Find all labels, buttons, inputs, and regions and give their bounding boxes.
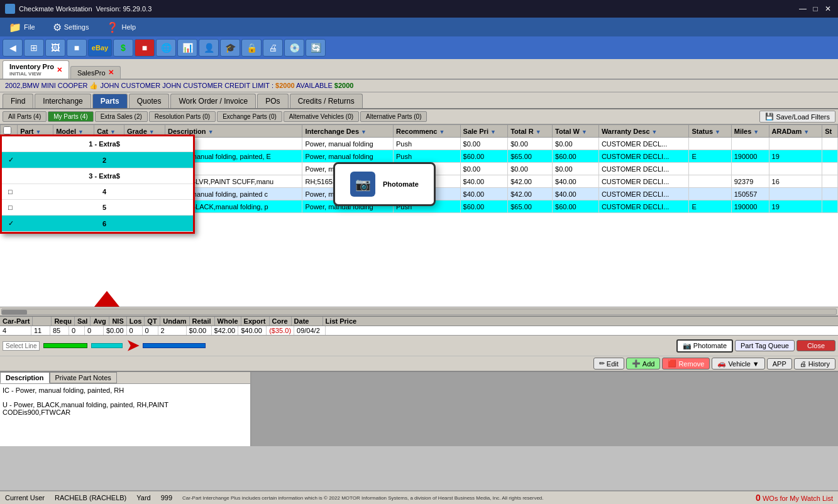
nav-interchange[interactable]: Interchange xyxy=(35,94,91,108)
nav-workorder[interactable]: Work Order / Invoice xyxy=(170,94,256,108)
save-filters-btn[interactable]: 💾 Save/Load Filters xyxy=(759,111,835,123)
history-btn[interactable]: 🖨 History xyxy=(794,358,835,370)
cell-warranty: CUSTOMER DECL... xyxy=(598,138,689,150)
remove-btn[interactable]: 🟥 Remove xyxy=(662,358,710,370)
col-totalw: Total W ▼ xyxy=(553,125,599,138)
col-aradam: ARADam ▼ xyxy=(769,125,822,138)
hdr-core: Core xyxy=(270,317,292,326)
photomate-btn[interactable]: 📷 Photomate xyxy=(676,339,733,353)
filter-resolution[interactable]: Resolution Parts (0) xyxy=(149,111,216,122)
cell-totalr: $65.00 xyxy=(508,150,553,163)
dropdown-item-3[interactable]: 3 - Extra$ xyxy=(2,168,193,184)
nav-credits[interactable]: Credits / Returns xyxy=(290,94,363,108)
app-btn[interactable]: APP xyxy=(767,358,792,370)
toolbar-btn-red[interactable]: ■ xyxy=(135,39,155,57)
filter-allparts[interactable]: All Parts (4) xyxy=(3,111,47,122)
toolbar-btn-grad[interactable]: 🎓 xyxy=(220,39,240,57)
hdr-nis: NIS xyxy=(109,317,126,326)
part-dropdown[interactable]: 1 - Extra$ ✓ 2 3 - Extra$ □ 4 □ 5 ✓ 6 xyxy=(0,134,195,234)
maximize-btn[interactable]: □ xyxy=(810,4,820,14)
save-filters-label: Save/Load Filters xyxy=(776,113,830,121)
close-btn-label: Close xyxy=(807,342,825,349)
tab-inventory-close[interactable]: ✕ xyxy=(57,66,62,74)
cell-miles xyxy=(731,163,769,175)
desc-tab-notes[interactable]: Private Part Notes xyxy=(50,372,117,383)
scrollbar-thumb[interactable] xyxy=(2,310,27,315)
toolbar-btn-3[interactable]: 🖼 xyxy=(45,39,65,57)
cell-totalr: $42.00 xyxy=(508,175,553,188)
scrollbar-track[interactable] xyxy=(1,309,837,315)
app-label: APP xyxy=(773,360,786,368)
col-miles: Miles ▼ xyxy=(731,125,769,138)
app-title: Checkmate Workstation xyxy=(19,5,92,13)
toolbar-btn-refresh[interactable]: 🔄 xyxy=(306,39,326,57)
credit-amount: $2000 xyxy=(275,82,295,89)
progress-blue xyxy=(143,343,206,348)
titlebar: Checkmate Workstation Version: 95.29.0.3… xyxy=(0,0,838,18)
desc-tab-description[interactable]: Description xyxy=(0,372,50,383)
item-label-5: 5 xyxy=(22,204,187,211)
cell-totalw: $0.00 xyxy=(553,163,599,175)
menu-settings[interactable]: ⚙ Settings xyxy=(49,20,93,35)
toolbar-btn-drive[interactable]: 💿 xyxy=(284,39,304,57)
hdr-qt: QT xyxy=(145,317,160,326)
tab-inventory[interactable]: Inventory ProINITIAL VIEW ✕ xyxy=(3,60,69,79)
hdr-avg: Avg xyxy=(91,317,109,326)
hscrollbar[interactable] xyxy=(0,307,838,315)
toolbar-btn-globe[interactable]: 🌐 xyxy=(156,39,176,57)
close-btn[interactable]: ✕ xyxy=(823,4,833,14)
toolbar-btn-dollar[interactable]: $ xyxy=(113,39,133,57)
parttag-btn[interactable]: Part Tag Queue xyxy=(735,340,795,351)
tab-sales-label: SalesPro xyxy=(77,69,106,77)
cell-miles: 150557 xyxy=(731,188,769,200)
val-core: ($35.0) xyxy=(267,326,294,335)
available-label: AVAILABLE xyxy=(296,82,333,89)
data-headers: Car-Part Requ Sal Avg NIS Los QT Undam R… xyxy=(0,317,838,326)
select-all-checkbox[interactable] xyxy=(3,126,11,134)
toolbar-btn-printer[interactable]: 🖨 xyxy=(263,39,283,57)
toolbar-btn-1[interactable]: ◀ xyxy=(3,39,23,57)
filter-altparts[interactable]: Alternative Parts (0) xyxy=(360,111,427,122)
tab-sales[interactable]: SalesPro ✕ xyxy=(70,66,121,79)
dropdown-item-1[interactable]: 1 - Extra$ xyxy=(2,136,193,152)
menu-file[interactable]: 📁 File xyxy=(5,20,39,35)
toolbar-btn-2[interactable]: ⊞ xyxy=(24,39,44,57)
val-avg: 0 xyxy=(85,326,104,335)
add-btn[interactable]: ➕ Add xyxy=(626,358,661,370)
toolbar-btn-lock[interactable]: 🔒 xyxy=(241,39,262,57)
nav-pos[interactable]: POs xyxy=(257,94,288,108)
filter-altvehicles[interactable]: Alternative Vehicles (0) xyxy=(284,111,359,122)
ebay-btn[interactable]: eBay xyxy=(88,39,112,57)
tab-sales-close[interactable]: ✕ xyxy=(108,68,114,77)
cell-salepri: $0.00 xyxy=(460,138,508,150)
nav-quotes[interactable]: Quotes xyxy=(129,94,170,108)
dropdown-item-6[interactable]: ✓ 6 xyxy=(2,216,193,232)
vehicle-btn[interactable]: 🚗 Vehicle ▼ xyxy=(712,358,764,370)
filter-extrasales[interactable]: Extra Sales (2) xyxy=(95,111,148,122)
close-btn-main[interactable]: Close xyxy=(797,340,835,351)
notes-tab-label: Private Part Notes xyxy=(55,374,111,381)
menu-help[interactable]: ❓ Help xyxy=(102,20,140,35)
part-filter-icon: ▼ xyxy=(36,129,41,135)
dropdown-item-2[interactable]: ✓ 2 xyxy=(2,152,193,168)
mi-filter-icon: ▼ xyxy=(753,129,759,135)
filter-myparts[interactable]: My Parts (4) xyxy=(48,111,93,122)
minimize-btn[interactable]: — xyxy=(798,4,808,14)
toolbar-btn-4[interactable]: ■ xyxy=(67,39,87,57)
add-label: Add xyxy=(642,360,655,368)
toolbar-btn-chart[interactable]: 📊 xyxy=(177,39,197,57)
nav-parts[interactable]: Parts xyxy=(92,94,128,108)
cell-warranty: CUSTOMER DECLI... xyxy=(598,150,689,163)
toolbar: ◀ ⊞ 🖼 ■ eBay $ ■ 🌐 📊 👤 🎓 🔒 🖨 💿 🔄 xyxy=(0,36,838,59)
cell-recommend: Push xyxy=(394,150,461,163)
nav-find[interactable]: Find xyxy=(3,94,33,108)
remove-icon: 🟥 xyxy=(668,359,676,368)
dropdown-item-4[interactable]: □ 4 xyxy=(2,184,193,200)
dropdown-item-5[interactable]: □ 5 xyxy=(2,200,193,216)
cell-recommend: Push xyxy=(394,138,461,150)
toolbar-btn-person[interactable]: 👤 xyxy=(199,39,219,57)
val-blank: 11 xyxy=(31,326,50,335)
edit-btn[interactable]: ✏ Edit xyxy=(593,358,624,370)
filter-exchange[interactable]: Exchange Parts (0) xyxy=(217,111,282,122)
hdr-date: Date xyxy=(292,317,323,326)
